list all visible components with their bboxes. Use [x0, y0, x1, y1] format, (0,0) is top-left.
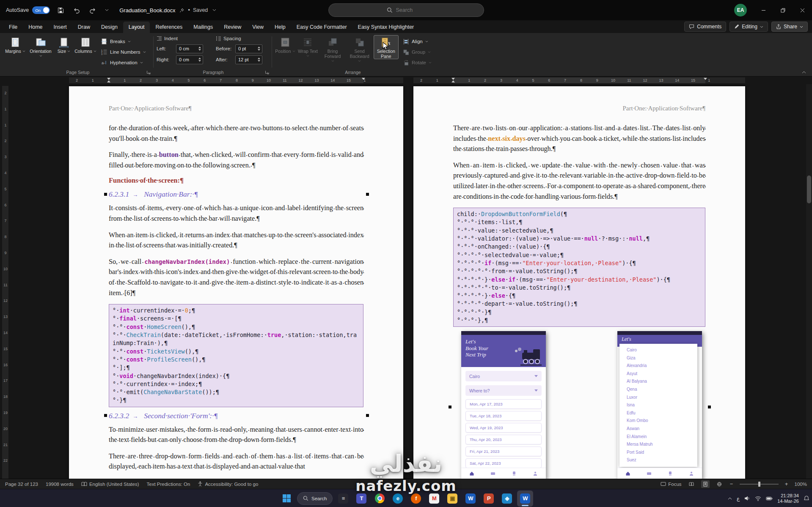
paragraph[interactable]: Finally, there is a button that, when cl…	[109, 150, 363, 170]
code-line[interactable]: °·°·°·items:·list,¶	[457, 218, 702, 226]
battery-icon[interactable]	[766, 496, 773, 501]
edge-icon[interactable]: e	[390, 491, 406, 507]
code-line[interactable]: child:·DropdownButtonFormField(¶	[457, 210, 702, 218]
language-indicator[interactable]: ع	[737, 496, 740, 502]
word-count[interactable]: 19908 words	[46, 482, 74, 487]
zoom-slider-thumb[interactable]	[758, 482, 760, 487]
tickets-icon[interactable]	[490, 471, 495, 476]
paragraph[interactable]: It consists of items, every one of which…	[109, 203, 363, 224]
autosave-toggle[interactable]: On	[32, 6, 50, 14]
print-layout-button[interactable]	[701, 480, 710, 488]
code-line[interactable]: °·];¶	[113, 364, 360, 372]
ribbon-tab-home[interactable]: Home	[23, 22, 48, 33]
code-line[interactable]: °·°·const·ProfileScreen(),¶	[113, 356, 360, 364]
code-line[interactable]: °·°·°·°·selectedvalue·=·value;¶	[457, 251, 702, 259]
code-line[interactable]: °·°·currentindex·=·index;¶	[113, 380, 360, 388]
file-explorer-icon[interactable]: ▣	[444, 491, 460, 507]
code-line[interactable]: °·final·screens·=·[¶	[113, 315, 360, 323]
running-header[interactable]: Part One: Application Software¶	[453, 105, 705, 112]
zoom-out-button[interactable]: −	[729, 481, 734, 487]
to-station-dropdown[interactable]: Where to?	[465, 385, 542, 396]
ribbon-tab-references[interactable]: References	[150, 22, 188, 33]
code-line[interactable]: °·°·°·°·}¶	[457, 308, 702, 316]
powerpoint-icon[interactable]: P	[481, 491, 497, 507]
indent-left-input[interactable]: 0 cm	[176, 44, 203, 53]
code-line[interactable]: °·°·°·°·°·from·=·value.toString();¶	[457, 267, 702, 275]
document-scrollbar[interactable]	[806, 84, 812, 479]
page-right[interactable]: Part One: Application Software¶ There ar…	[413, 86, 745, 479]
page-setup-dialog-launcher-icon[interactable]	[146, 70, 151, 74]
stepper-icon[interactable]	[258, 47, 261, 51]
text-predictions[interactable]: Text Predictions: On	[147, 482, 190, 487]
pin-icon[interactable]	[178, 5, 185, 16]
paragraph[interactable]: When an item is clicked, we update the v…	[453, 160, 705, 202]
ribbon-tab-insert[interactable]: Insert	[48, 22, 72, 33]
phone-screenshot-stations[interactable]: Let's CairoGizaAlexandriaAsyutAl Balyana…	[617, 331, 702, 479]
station-option[interactable]: Kom Ombo	[619, 417, 697, 425]
home-icon[interactable]	[625, 471, 630, 476]
photos-icon[interactable]: ◆	[499, 491, 515, 507]
chrome-icon[interactable]	[372, 491, 388, 507]
station-option[interactable]: Mersa Matruh	[619, 440, 697, 448]
code-line[interactable]: °·°·const·TicketsView(),¶	[113, 348, 360, 356]
heading[interactable]: 6.2.3.1→Navigation Bar: ¶	[109, 190, 363, 199]
date-option[interactable]: Tue, Apr 18, 2023	[465, 411, 542, 421]
save-status-chevron-icon[interactable]	[211, 5, 217, 16]
code-block[interactable]: °·int·currentindex·=·0;¶°·final·screens·…	[109, 304, 363, 407]
paragraph[interactable]: There are three drop-down form fields an…	[109, 451, 363, 472]
size-button[interactable]: Size	[54, 35, 74, 54]
code-line[interactable]: °·}¶	[113, 396, 360, 404]
stepper-icon[interactable]	[258, 58, 261, 62]
station-option[interactable]: Qena	[619, 385, 697, 393]
code-line[interactable]: °·°·°·°·if·(msg·==·"Enter·your·location,…	[457, 259, 702, 267]
document-canvas[interactable]: 2112345678910111213141516171819202122 Pa…	[0, 84, 812, 479]
start-button[interactable]	[278, 491, 295, 507]
profile-icon[interactable]	[533, 471, 538, 476]
horizontal-ruler-right-page[interactable]: 211234567891011121314151	[413, 77, 745, 83]
stepper-icon[interactable]	[198, 47, 202, 51]
code-line[interactable]: °·int·currentindex·=·0;¶	[113, 307, 360, 315]
date-option[interactable]: Mon, Apr 17, 2023	[465, 399, 542, 409]
titlebar-search[interactable]	[328, 3, 484, 17]
spacing-before-input[interactable]: 0 pt	[235, 44, 262, 53]
editing-mode-button[interactable]: Editing	[729, 22, 768, 32]
station-option[interactable]: Suez	[619, 456, 697, 464]
station-option[interactable]: Port Said	[619, 448, 697, 456]
code-block[interactable]: child:·DropdownButtonFormField(¶°·°·°·it…	[453, 208, 705, 327]
vertical-ruler[interactable]: 2112345678910111213141516171819202122	[0, 84, 11, 479]
web-layout-button[interactable]	[715, 480, 724, 488]
ribbon-tab-easy-code-formatter[interactable]: Easy Code Formatter	[291, 22, 352, 33]
code-line[interactable]: °·°·°·°·}·else·{¶	[457, 292, 702, 300]
zoom-level[interactable]: 100%	[795, 482, 807, 487]
date-option[interactable]: Fri, Apr 21, 2023	[465, 447, 542, 456]
code-line[interactable]: °·°·°·validator:·(value)·=>·value·==·nul…	[457, 235, 702, 243]
breaks-button[interactable]: Breaks	[101, 37, 146, 46]
paragraph-dialog-launcher-icon[interactable]	[265, 70, 269, 74]
avatar[interactable]: EA	[734, 4, 747, 16]
code-line[interactable]: °·°·°·°·°·to·=·value.toString();¶	[457, 284, 702, 292]
station-option[interactable]: Isna	[619, 401, 697, 409]
phone-screenshot-booking[interactable]: Let'sBook YourNext Trip Cairo Where to?	[461, 331, 546, 479]
date-option[interactable]: Sat, Apr 22, 2023	[465, 458, 542, 468]
from-station-dropdown[interactable]: Cairo	[465, 371, 542, 381]
share-button[interactable]: Share	[771, 22, 808, 32]
date-option[interactable]: Thu, Apr 20, 2023	[465, 435, 542, 444]
zoom-slider[interactable]	[740, 484, 779, 485]
indent-marker-icon[interactable]	[107, 80, 110, 82]
selection-pane-button[interactable]: Selection Pane	[374, 35, 399, 59]
columns-button[interactable]: Columns	[74, 35, 97, 54]
date-option[interactable]: Wed, Apr 19, 2023	[465, 423, 542, 433]
word-active-icon[interactable]: W	[517, 491, 533, 507]
spacing-after-input[interactable]: 12 pt	[235, 55, 262, 64]
station-option[interactable]: Cairo	[619, 346, 697, 354]
horizontal-ruler-left-page[interactable]: 211234567891011121314151	[69, 77, 403, 83]
train-icon[interactable]	[512, 471, 517, 476]
tray-chevron-icon[interactable]	[728, 497, 732, 500]
paragraph[interactable]: There are two lists on our application: …	[453, 123, 705, 154]
taskbar-search[interactable]: Search	[297, 492, 333, 505]
profile-icon[interactable]	[689, 471, 694, 476]
station-option[interactable]: Aswan	[619, 425, 697, 433]
restore-button[interactable]	[773, 0, 793, 20]
indent-marker-icon[interactable]	[451, 80, 455, 82]
align-button[interactable]: Align	[403, 37, 432, 46]
